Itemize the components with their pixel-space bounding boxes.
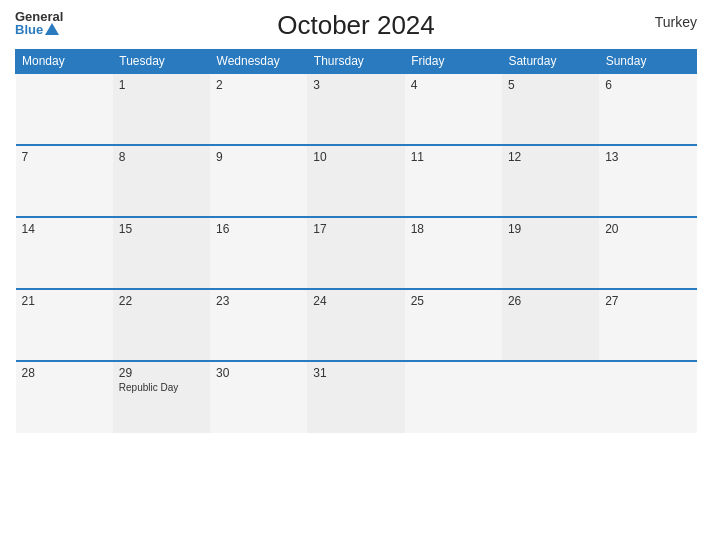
header-thursday: Thursday (307, 50, 404, 74)
calendar-cell (599, 361, 696, 433)
day-number: 2 (216, 78, 301, 92)
day-number: 8 (119, 150, 204, 164)
calendar-cell: 10 (307, 145, 404, 217)
calendar-cell: 6 (599, 73, 696, 145)
day-number: 18 (411, 222, 496, 236)
calendar-cell: 22 (113, 289, 210, 361)
header-wednesday: Wednesday (210, 50, 307, 74)
calendar-week-row: 78910111213 (16, 145, 697, 217)
calendar-cell: 19 (502, 217, 599, 289)
calendar-week-row: 21222324252627 (16, 289, 697, 361)
calendar-cell: 30 (210, 361, 307, 433)
calendar-cell: 29Republic Day (113, 361, 210, 433)
calendar-cell (16, 73, 113, 145)
calendar-cell: 1 (113, 73, 210, 145)
day-number: 24 (313, 294, 398, 308)
calendar-cell: 9 (210, 145, 307, 217)
calendar-cell: 26 (502, 289, 599, 361)
logo: General Blue (15, 10, 63, 36)
day-number: 6 (605, 78, 690, 92)
day-number: 27 (605, 294, 690, 308)
calendar-cell: 23 (210, 289, 307, 361)
calendar-body: 1234567891011121314151617181920212223242… (16, 73, 697, 433)
day-number: 13 (605, 150, 690, 164)
day-number: 1 (119, 78, 204, 92)
calendar-container: General Blue October 2024 Turkey Monday … (0, 0, 712, 550)
day-number: 14 (22, 222, 107, 236)
header-monday: Monday (16, 50, 113, 74)
day-number: 10 (313, 150, 398, 164)
calendar-cell: 11 (405, 145, 502, 217)
day-number: 23 (216, 294, 301, 308)
calendar-table: Monday Tuesday Wednesday Thursday Friday… (15, 49, 697, 433)
calendar-cell: 18 (405, 217, 502, 289)
header-sunday: Sunday (599, 50, 696, 74)
day-number: 25 (411, 294, 496, 308)
day-number: 22 (119, 294, 204, 308)
day-number: 3 (313, 78, 398, 92)
calendar-cell: 24 (307, 289, 404, 361)
calendar-week-row: 2829Republic Day3031 (16, 361, 697, 433)
calendar-cell: 15 (113, 217, 210, 289)
day-number: 11 (411, 150, 496, 164)
header-friday: Friday (405, 50, 502, 74)
calendar-cell: 20 (599, 217, 696, 289)
day-number: 7 (22, 150, 107, 164)
day-number: 31 (313, 366, 398, 380)
day-number: 9 (216, 150, 301, 164)
day-number: 30 (216, 366, 301, 380)
calendar-cell: 14 (16, 217, 113, 289)
calendar-cell: 3 (307, 73, 404, 145)
day-number: 21 (22, 294, 107, 308)
calendar-cell: 17 (307, 217, 404, 289)
calendar-cell: 31 (307, 361, 404, 433)
calendar-cell: 2 (210, 73, 307, 145)
day-number: 29 (119, 366, 204, 380)
calendar-cell (405, 361, 502, 433)
calendar-cell: 8 (113, 145, 210, 217)
day-number: 12 (508, 150, 593, 164)
country-label: Turkey (655, 14, 697, 30)
logo-triangle-icon (45, 23, 59, 35)
calendar-cell: 28 (16, 361, 113, 433)
weekday-header-row: Monday Tuesday Wednesday Thursday Friday… (16, 50, 697, 74)
calendar-cell: 16 (210, 217, 307, 289)
calendar-cell: 21 (16, 289, 113, 361)
day-number: 20 (605, 222, 690, 236)
calendar-cell: 7 (16, 145, 113, 217)
calendar-week-row: 123456 (16, 73, 697, 145)
day-number: 26 (508, 294, 593, 308)
calendar-cell (502, 361, 599, 433)
calendar-title: October 2024 (277, 10, 435, 41)
calendar-header: General Blue October 2024 Turkey (15, 10, 697, 41)
calendar-cell: 13 (599, 145, 696, 217)
logo-blue-text: Blue (15, 23, 63, 36)
calendar-cell: 4 (405, 73, 502, 145)
header-tuesday: Tuesday (113, 50, 210, 74)
day-number: 17 (313, 222, 398, 236)
calendar-cell: 25 (405, 289, 502, 361)
day-number: 16 (216, 222, 301, 236)
calendar-cell: 27 (599, 289, 696, 361)
day-number: 4 (411, 78, 496, 92)
holiday-label: Republic Day (119, 382, 204, 393)
day-number: 28 (22, 366, 107, 380)
day-number: 15 (119, 222, 204, 236)
day-number: 5 (508, 78, 593, 92)
day-number: 19 (508, 222, 593, 236)
calendar-cell: 12 (502, 145, 599, 217)
calendar-week-row: 14151617181920 (16, 217, 697, 289)
header-saturday: Saturday (502, 50, 599, 74)
calendar-cell: 5 (502, 73, 599, 145)
